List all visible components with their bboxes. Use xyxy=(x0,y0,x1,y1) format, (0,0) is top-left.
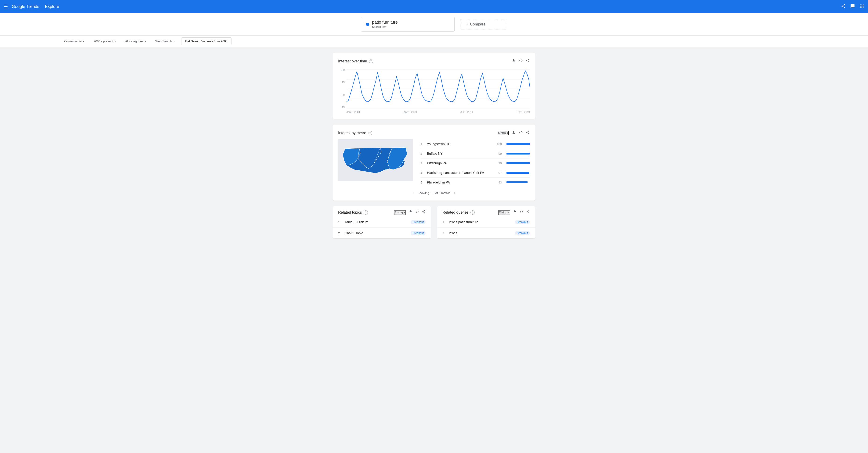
x-label-2014: Jul 1, 2014 xyxy=(460,110,473,114)
metro-bar-5 xyxy=(506,182,528,183)
metro-bar-container-1 xyxy=(506,143,530,145)
related-grid: Related topics ? Rising ▾ xyxy=(333,206,535,238)
metro-value-5: 93 xyxy=(495,181,502,184)
section-label: Explore xyxy=(45,4,59,9)
related-query-item-2: 2 lowes Breakout xyxy=(437,228,535,238)
share-chart-icon[interactable] xyxy=(526,59,530,64)
pagination-next[interactable]: › xyxy=(454,191,455,195)
plus-icon: + xyxy=(466,22,468,26)
pennsylvania-map xyxy=(338,139,413,182)
share-icon[interactable] xyxy=(841,4,845,9)
related-topics-filter[interactable]: Rising ▾ xyxy=(394,210,406,215)
interest-by-metro-help[interactable]: ? xyxy=(368,131,372,135)
region-label: Pennsylvania xyxy=(64,39,82,43)
metro-item-5: 5 Philadelphia PA 93 xyxy=(421,177,530,187)
y-label-25: 25 xyxy=(338,106,345,109)
chart-container: 100 75 50 25 xyxy=(338,68,530,109)
interest-over-time-help[interactable]: ? xyxy=(369,59,373,63)
metro-rank-1: 1 xyxy=(421,142,424,146)
metro-bar-container-2 xyxy=(506,153,530,155)
metro-item-4: 4 Harrisburg-Lancaster-Lebanon-York PA 9… xyxy=(421,168,530,177)
interest-over-time-header: Interest over time ? xyxy=(338,59,530,64)
metro-filter-button[interactable]: Metro ▾ xyxy=(498,131,509,135)
download-icon[interactable] xyxy=(512,59,516,64)
metro-list: 1 Youngstown OH 100 2 Buffalo NY 99 xyxy=(421,139,530,187)
related-topic-badge-2: Breakout xyxy=(411,231,426,235)
related-queries-download-icon[interactable] xyxy=(513,210,517,215)
chart-x-labels: Jan 1, 2004 Apr 1, 2009 Jul 1, 2014 Oct … xyxy=(346,110,530,114)
get-volumes-button[interactable]: Get Search Volumes from 2004 xyxy=(181,37,231,45)
metro-pagination: ‹ Showing 1-5 of 9 metros › xyxy=(338,187,530,195)
search-term-info: patio furniture Search term xyxy=(372,20,398,29)
metro-name-3: Pittsburgh PA xyxy=(427,161,492,165)
interest-over-time-title: Interest over time ? xyxy=(338,59,373,63)
compare-label: Compare xyxy=(470,22,486,26)
time-label: 2004 - present xyxy=(94,39,113,43)
interest-over-time-card: Interest over time ? 100 75 xyxy=(333,53,535,119)
chart-svg-wrapper xyxy=(346,68,530,109)
time-filter[interactable]: 2004 - present ▾ xyxy=(91,38,119,44)
related-query-name-1: lowes patio furniture xyxy=(449,220,512,224)
category-label: All categories xyxy=(125,39,143,43)
related-queries-filter[interactable]: Rising ▾ xyxy=(498,210,510,215)
related-topics-download-icon[interactable] xyxy=(409,210,412,215)
category-chevron: ▾ xyxy=(145,40,146,42)
embed-icon[interactable] xyxy=(519,59,523,64)
interest-by-metro-actions: Metro ▾ xyxy=(498,130,530,136)
apps-icon[interactable] xyxy=(860,4,864,9)
compare-button[interactable]: + Compare xyxy=(460,19,507,29)
x-label-2019: Oct 1, 2019 xyxy=(517,110,530,114)
related-topics-embed-icon[interactable] xyxy=(415,210,419,215)
metro-value-1: 100 xyxy=(495,142,502,146)
filters-area: Pennsylvania ▾ 2004 - present ▾ All cate… xyxy=(0,35,868,47)
related-query-badge-2: Breakout xyxy=(515,231,530,235)
related-queries-actions: Rising ▾ xyxy=(498,210,530,215)
metro-name-5: Philadelphia PA xyxy=(427,181,492,184)
main-content: Interest over time ? 100 75 xyxy=(329,47,539,244)
metro-filter-chevron: ▾ xyxy=(507,131,508,135)
search-type-filter[interactable]: Web Search ▾ xyxy=(152,38,177,44)
pagination-text: Showing 1-5 of 9 metros xyxy=(417,191,451,195)
related-topic-rank-1: 1 xyxy=(338,220,342,224)
related-query-rank-2: 2 xyxy=(442,231,446,235)
metro-embed-icon[interactable] xyxy=(519,130,523,136)
related-topics-filter-label: Rising xyxy=(395,211,403,214)
metro-bar-4 xyxy=(506,172,529,174)
related-queries-help[interactable]: ? xyxy=(470,211,475,215)
metro-value-2: 99 xyxy=(495,152,502,156)
search-term-box[interactable]: patio furniture Search term xyxy=(361,17,455,32)
chart-y-labels: 100 75 50 25 xyxy=(338,68,345,109)
time-chevron: ▾ xyxy=(115,40,116,42)
search-type-label: Web Search xyxy=(155,39,172,43)
related-topic-rank-2: 2 xyxy=(338,231,342,235)
metro-bar-1 xyxy=(506,143,530,145)
menu-icon[interactable]: ☰ xyxy=(4,4,8,9)
search-term-type: Search term xyxy=(372,25,398,29)
pagination-prev[interactable]: ‹ xyxy=(412,191,414,195)
related-topic-item-2: 2 Chair - Topic Breakout xyxy=(333,228,431,238)
related-queries-share-icon[interactable] xyxy=(526,210,530,215)
metro-item-2: 2 Buffalo NY 99 xyxy=(421,149,530,159)
x-label-2009: Apr 1, 2009 xyxy=(404,110,417,114)
map-container xyxy=(338,139,413,182)
y-label-100: 100 xyxy=(338,68,345,71)
related-topics-header: Related topics ? Rising ▾ xyxy=(333,206,431,217)
metro-bar-container-4 xyxy=(506,172,530,174)
related-query-name-2: lowes xyxy=(449,231,512,235)
related-queries-embed-icon[interactable] xyxy=(520,210,523,215)
related-topics-help[interactable]: ? xyxy=(364,211,368,215)
metro-download-icon[interactable] xyxy=(512,130,516,136)
metro-share-icon[interactable] xyxy=(526,130,530,136)
related-queries-card: Related queries ? Rising ▾ xyxy=(437,206,535,238)
category-filter[interactable]: All categories ▾ xyxy=(122,38,149,44)
related-topics-share-icon[interactable] xyxy=(422,210,426,215)
feedback-icon[interactable] xyxy=(850,4,855,9)
metro-value-4: 97 xyxy=(495,171,502,174)
search-term-indicator xyxy=(366,23,369,26)
header: ☰ Google Trends Explore xyxy=(0,0,868,13)
metro-rank-4: 4 xyxy=(421,171,424,174)
metro-bar-3 xyxy=(506,162,530,164)
y-label-75: 75 xyxy=(338,81,345,84)
region-filter[interactable]: Pennsylvania ▾ xyxy=(61,38,87,44)
search-term-value: patio furniture xyxy=(372,20,398,25)
